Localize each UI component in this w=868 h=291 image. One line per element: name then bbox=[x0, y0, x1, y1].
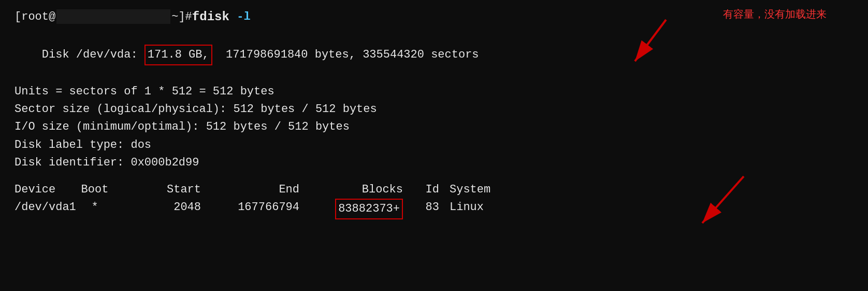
col-header-id: Id bbox=[413, 181, 444, 199]
col-header-blocks: Blocks bbox=[310, 181, 413, 199]
sector-size-line: Sector size (logical/physical): 512 byte… bbox=[15, 101, 853, 118]
row-blocks: 83882373+ bbox=[310, 199, 413, 219]
disk-vda-line: Disk /dev/vda: 171.8 GB, 171798691840 by… bbox=[15, 27, 853, 83]
io-size-line: I/O size (minimum/optimal): 512 bytes / … bbox=[15, 118, 853, 136]
prompt-suffix: ~]# bbox=[171, 10, 192, 23]
terminal-window: 有容量，没有加载进来 [root@ ~]# fdisk -l Disk /dev… bbox=[0, 0, 868, 291]
col-header-start: Start bbox=[113, 181, 211, 199]
disk-size-highlighted: 171.8 GB, bbox=[144, 45, 212, 65]
disk-prefix: Disk /dev/vda: bbox=[42, 48, 144, 61]
col-header-device: Device bbox=[15, 181, 77, 199]
row-boot: * bbox=[77, 199, 113, 219]
command-space bbox=[229, 10, 237, 24]
command-flag: -l bbox=[237, 10, 250, 23]
row-end: 167766794 bbox=[211, 199, 310, 219]
disk-rest: 171798691840 bytes, 335544320 sectors bbox=[212, 48, 479, 61]
annotation-text: 有容量，没有加载进来 bbox=[723, 7, 827, 21]
command-text: fdisk bbox=[192, 10, 229, 24]
arrow-bottom-icon bbox=[661, 171, 764, 239]
blocks-highlighted: 83882373+ bbox=[335, 199, 403, 219]
col-header-end: End bbox=[211, 181, 310, 199]
label-type-line: Disk label type: dos bbox=[15, 136, 853, 154]
prompt-root: [root@ bbox=[15, 10, 55, 23]
col-header-boot: Boot bbox=[77, 181, 113, 199]
identifier-line: Disk identifier: 0x000b2d99 bbox=[15, 154, 853, 172]
row-device: /dev/vda1 bbox=[15, 199, 77, 219]
arrow-top-icon bbox=[625, 4, 718, 72]
svg-line-3 bbox=[702, 176, 744, 223]
svg-line-1 bbox=[635, 20, 666, 61]
units-line: Units = sectors of 1 * 512 = 512 bytes bbox=[15, 83, 853, 101]
row-id: 83 bbox=[413, 199, 444, 219]
redacted-hostname bbox=[56, 9, 170, 24]
row-start: 2048 bbox=[113, 199, 211, 219]
row-system: Linux bbox=[444, 199, 507, 219]
col-header-system: System bbox=[444, 181, 507, 199]
